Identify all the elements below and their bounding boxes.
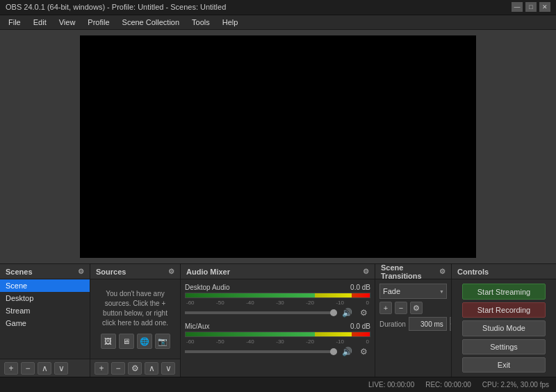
- menu-edit[interactable]: Edit: [28, 17, 52, 28]
- sources-help-text: You don't have any sources. Click the + …: [96, 289, 174, 328]
- desktop-audio-slider[interactable]: [185, 311, 337, 314]
- mic-meter-scale: -60 -50 -40 -30 -20 -10 0: [185, 338, 370, 345]
- menu-profile[interactable]: Profile: [82, 17, 115, 28]
- desktop-meter-green: [186, 293, 315, 297]
- scenes-remove-button[interactable]: −: [21, 362, 35, 375]
- transitions-panel-header: Scene Transitions ⚙: [375, 264, 451, 279]
- scenes-panel: Scenes ⚙ Scene Desktop Stream Game + − ∧…: [0, 264, 90, 377]
- audio-config-icon[interactable]: ⚙: [363, 268, 369, 275]
- desktop-meter-bg: [186, 293, 370, 297]
- settings-button[interactable]: Settings: [462, 339, 546, 354]
- menu-bar: File Edit View Profile Scene Collection …: [0, 15, 556, 31]
- desktop-audio-slider-container: [185, 308, 337, 318]
- mic-aux-meter: [185, 332, 370, 337]
- desktop-meter-yellow: [315, 293, 352, 297]
- controls-content: Start Streaming Start Recording Studio M…: [452, 279, 556, 377]
- sources-label: Sources: [96, 268, 126, 276]
- sources-icon-row: 🖼 🖥 🌐 📷: [101, 334, 170, 349]
- maximize-button[interactable]: □: [525, 2, 537, 12]
- sources-down-button[interactable]: ∨: [161, 362, 175, 375]
- desktop-audio-meter: [185, 293, 370, 298]
- transition-type-wrapper: Fade Cut Swipe Slide: [379, 284, 447, 299]
- sources-settings-button[interactable]: ⚙: [128, 362, 142, 375]
- scenes-list: Scene Desktop Stream Game: [0, 279, 90, 359]
- mic-aux-settings-button[interactable]: ⚙: [357, 346, 370, 357]
- scenes-config-icon[interactable]: ⚙: [78, 268, 84, 275]
- menu-help[interactable]: Help: [217, 17, 244, 28]
- transitions-config-icon[interactable]: ⚙: [439, 268, 445, 275]
- window-controls: — □ ✕: [512, 2, 550, 12]
- title-bar: OBS 24.0.1 (64-bit, windows) - Profile: …: [0, 0, 556, 15]
- scene-item-desktop[interactable]: Desktop: [0, 292, 90, 304]
- source-icon-camera[interactable]: 📷: [155, 334, 170, 349]
- start-recording-button[interactable]: Start Recording: [462, 302, 546, 318]
- duration-input[interactable]: [409, 317, 447, 331]
- audio-panel-header: Audio Mixer ⚙: [181, 264, 375, 279]
- status-bar: LIVE: 00:00:00 REC: 00:00:00 CPU: 2.2%, …: [0, 377, 556, 392]
- sources-add-button[interactable]: +: [95, 362, 108, 375]
- scenes-label: Scenes: [6, 268, 33, 276]
- controls-panel: Controls Start Streaming Start Recording…: [452, 264, 556, 377]
- status-live: LIVE: 00:00:00: [368, 381, 414, 389]
- desktop-audio-controls: 🔊 ⚙: [185, 307, 370, 318]
- sources-remove-button[interactable]: −: [111, 362, 125, 375]
- audio-content: Desktop Audio 0.0 dB -60: [181, 279, 375, 377]
- start-streaming-button[interactable]: Start Streaming: [462, 284, 546, 299]
- source-icon-image[interactable]: 🖼: [101, 334, 116, 349]
- scenes-add-button[interactable]: +: [4, 362, 18, 375]
- scene-item-stream[interactable]: Stream: [0, 304, 90, 317]
- transition-add-button[interactable]: +: [379, 302, 392, 314]
- sources-config-icon[interactable]: ⚙: [168, 268, 174, 275]
- mic-meter-red: [352, 332, 370, 336]
- source-icon-browser[interactable]: 🌐: [137, 334, 152, 349]
- mic-aux-channel: Mic/Aux 0.0 dB -60 -50: [185, 322, 370, 357]
- desktop-audio-channel: Desktop Audio 0.0 dB -60: [185, 284, 370, 318]
- studio-mode-button[interactable]: Studio Mode: [462, 320, 546, 336]
- desktop-audio-name: Desktop Audio: [185, 284, 230, 291]
- duration-row: Duration ▲ ▼: [379, 317, 447, 331]
- minimize-button[interactable]: —: [512, 2, 523, 12]
- controls-panel-header: Controls: [452, 264, 556, 279]
- mic-meter-bg: [186, 332, 370, 336]
- exit-button[interactable]: Exit: [462, 357, 546, 373]
- preview-area: [0, 30, 556, 263]
- close-button[interactable]: ✕: [539, 2, 550, 12]
- sources-content: You don't have any sources. Click the + …: [90, 279, 180, 359]
- mic-aux-mute-button[interactable]: 🔊: [340, 346, 354, 357]
- transition-settings-button[interactable]: ⚙: [410, 302, 423, 314]
- menu-view[interactable]: View: [54, 17, 81, 28]
- desktop-meter-red: [352, 293, 370, 297]
- scene-transitions-panel: Scene Transitions ⚙ Fade Cut Swipe Slide…: [375, 264, 452, 377]
- sources-footer: + − ⚙ ∧ ∨: [90, 359, 180, 377]
- main-window: OBS 24.0.1 (64-bit, windows) - Profile: …: [0, 0, 556, 392]
- menu-scene-collection[interactable]: Scene Collection: [117, 17, 186, 28]
- desktop-audio-settings-button[interactable]: ⚙: [357, 307, 370, 318]
- duration-spin-buttons: ▲ ▼: [450, 317, 451, 331]
- source-icon-monitor[interactable]: 🖥: [119, 334, 134, 349]
- desktop-audio-mute-button[interactable]: 🔊: [340, 307, 354, 318]
- scene-item-scene[interactable]: Scene: [0, 279, 90, 292]
- transition-remove-button[interactable]: −: [395, 302, 407, 314]
- mic-aux-name: Mic/Aux: [185, 322, 210, 330]
- duration-label: Duration: [379, 320, 406, 328]
- menu-file[interactable]: File: [3, 17, 26, 28]
- duration-up-button[interactable]: ▲: [450, 317, 451, 324]
- duration-down-button[interactable]: ▼: [450, 324, 451, 331]
- mic-aux-controls: 🔊 ⚙: [185, 346, 370, 357]
- transitions-content: Fade Cut Swipe Slide + − ⚙ Duration: [375, 279, 451, 377]
- transitions-label: Scene Transitions: [381, 263, 439, 280]
- transition-type-select[interactable]: Fade Cut Swipe Slide: [379, 284, 447, 299]
- audio-label: Audio Mixer: [186, 268, 230, 276]
- mic-aux-db: 0.0 dB: [350, 322, 370, 330]
- menu-tools[interactable]: Tools: [186, 17, 215, 28]
- sources-up-button[interactable]: ∧: [145, 362, 158, 375]
- scenes-panel-header: Scenes ⚙: [0, 264, 90, 279]
- scenes-up-button[interactable]: ∧: [38, 362, 51, 375]
- audio-mixer-panel: Audio Mixer ⚙ Desktop Audio 0.0 dB: [181, 264, 375, 377]
- mic-aux-slider-container: [185, 347, 337, 357]
- scene-item-game[interactable]: Game: [0, 317, 90, 329]
- content-area: Scenes ⚙ Scene Desktop Stream Game + − ∧…: [0, 30, 556, 377]
- scenes-down-button[interactable]: ∨: [54, 362, 68, 375]
- scenes-footer: + − ∧ ∨: [0, 359, 90, 377]
- mic-aux-slider[interactable]: [185, 350, 337, 353]
